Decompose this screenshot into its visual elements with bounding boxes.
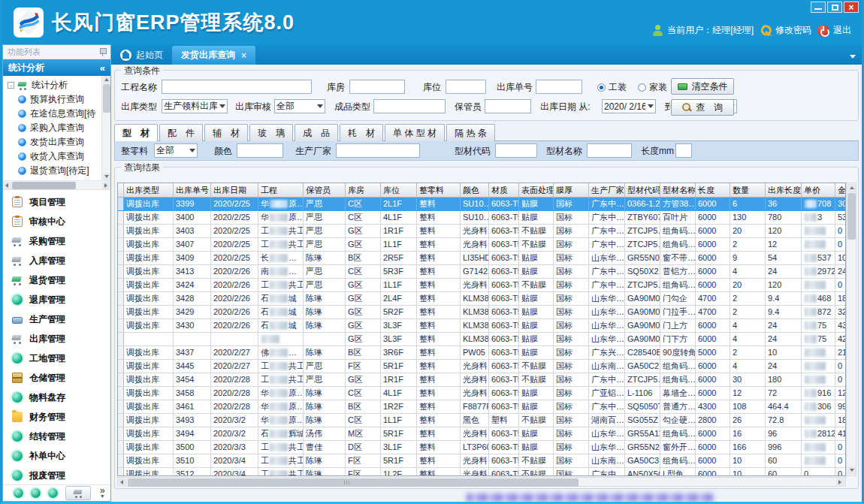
material-tab[interactable]: 辅 材 xyxy=(204,124,248,141)
column-header[interactable]: 生产厂家 xyxy=(589,183,625,197)
scroll-left-arrow[interactable] xyxy=(119,478,127,487)
column-header[interactable]: 金额 xyxy=(835,183,846,197)
sidebar-item-退库管理[interactable]: 退库管理 xyxy=(3,290,110,309)
outbound-type-select[interactable]: 生产领料出库 xyxy=(162,99,228,113)
sidebar-item-退货管理[interactable]: 退货管理 xyxy=(3,270,110,290)
table-row[interactable]: 调拨出库34942020/3/2石辉城汤伟M区5R1F整料光身料6063-T5贴… xyxy=(118,427,845,441)
sidebar-item-采购管理[interactable]: 采购管理 xyxy=(3,231,110,251)
table-row[interactable]: 调拨出库34032020/2/25工共工程严思G区1R1F整料光身料6063-T… xyxy=(118,225,845,238)
table-row[interactable]: 调拨出库34072020/2/25工共工程严思G区1L1F整料光身料6063-T… xyxy=(118,238,845,252)
tree-root[interactable]: - 统计分析 xyxy=(3,77,101,92)
tab-close-icon[interactable]: × xyxy=(241,50,246,61)
scroll-thumb[interactable] xyxy=(103,84,110,113)
minimize-button[interactable] xyxy=(811,2,826,13)
scroll-thumb[interactable] xyxy=(128,478,579,487)
table-row[interactable]: 调拨出库35102020/3/4工共工程陈琳F区5R1F整料光身料6063-T5… xyxy=(118,454,845,468)
profile-name-input[interactable] xyxy=(587,143,632,158)
collapse-button[interactable]: « xyxy=(100,62,105,74)
sidebar-item-入库管理[interactable]: 入库管理 xyxy=(3,251,110,270)
table-row[interactable]: 调拨出库34132020/2/26南…严思C区5R3F整料G714226063-… xyxy=(118,265,845,279)
scroll-thumb[interactable] xyxy=(847,193,856,240)
column-header[interactable]: 材质 xyxy=(489,183,519,197)
material-tab[interactable]: 耗 材 xyxy=(340,124,383,141)
material-tab[interactable]: 玻 璃 xyxy=(249,124,293,141)
maker-input[interactable] xyxy=(336,143,420,158)
tree-item[interactable]: 预算执行查询 xyxy=(3,92,101,107)
table-row[interactable]: 调拨出库34452020/2/27工共工程严思F区5R1F整料光身料6063-T… xyxy=(118,360,845,373)
sidebar-item-报废管理[interactable]: 报废管理 xyxy=(3,466,110,484)
location-input[interactable] xyxy=(446,80,486,94)
clear-conditions-button[interactable]: 清空条件 xyxy=(671,78,734,95)
column-header[interactable]: 单价 xyxy=(802,183,835,197)
more-buttons-chevron[interactable]: »▾ xyxy=(100,487,105,499)
outbound-audit-select[interactable]: 全部 xyxy=(274,99,325,113)
module-shortcut-icon[interactable] xyxy=(31,488,41,498)
tab-shipment-outbound-query[interactable]: 发货出库查询 × xyxy=(172,46,255,65)
product-type-input[interactable] xyxy=(373,99,446,113)
logout-button[interactable]: 退出 xyxy=(817,24,851,37)
table-row[interactable]: 调拨出库34302020/2/26石城陈琳G区3L3F整料KLM38176063… xyxy=(118,319,845,333)
table-row[interactable]: 调拨出库34002020/2/25华原…严思C区4L1F整料SU10…6063-… xyxy=(118,211,845,225)
scroll-up-arrow[interactable] xyxy=(847,184,856,192)
sidebar-item-审核中心[interactable]: 审核中心 xyxy=(3,212,110,231)
sidebar-item-工地管理[interactable]: 工地管理 xyxy=(3,349,110,368)
column-header[interactable]: 型材名称 xyxy=(660,183,696,197)
column-header[interactable]: 出库类型 xyxy=(124,183,174,197)
maximize-button[interactable] xyxy=(827,2,842,13)
column-header[interactable]: 保管员 xyxy=(304,183,346,197)
sidebar-item-出库管理[interactable]: 出库管理 xyxy=(3,329,110,349)
scroll-right-arrow[interactable] xyxy=(836,478,844,487)
table-row[interactable]: 调拨出库34932020/3/2华原…陈琳C区1L1F整料黑色塑料不贴膜国标湖南… xyxy=(118,414,845,427)
module-shortcut-icon[interactable] xyxy=(14,488,23,498)
module-shortcut-icon[interactable] xyxy=(48,488,58,498)
tree-item[interactable]: 退货查询[待定] xyxy=(3,164,101,178)
table-row[interactable]: G区3L3F整料KLM38176063-T5贴膜国标山东华…GA90M09.门下… xyxy=(118,333,845,346)
sidebar-item-补单中心[interactable]: 补单中心 xyxy=(3,446,110,466)
column-header[interactable]: 出库单号 xyxy=(174,183,211,197)
column-header[interactable]: 库位 xyxy=(381,183,417,197)
sidebar-item-仓储管理[interactable]: 仓储管理 xyxy=(3,368,110,388)
table-row[interactable]: 调拨出库34092020/2/25长…陈琳B区2R5F整料LI35HD6063-… xyxy=(118,252,845,265)
material-tab[interactable]: 成 品 xyxy=(295,124,338,141)
scroll-down-arrow[interactable] xyxy=(847,466,856,475)
scroll-thumb[interactable] xyxy=(12,182,76,189)
material-tab[interactable]: 配 件 xyxy=(159,124,203,141)
column-header[interactable]: 长度 xyxy=(696,183,730,197)
column-header[interactable]: 工程 xyxy=(258,183,304,197)
material-tab[interactable]: 隔 热 条 xyxy=(446,124,495,141)
sidebar-item-项目管理[interactable]: 项目管理 xyxy=(3,192,110,212)
column-header[interactable]: 数量 xyxy=(730,183,766,197)
keeper-input[interactable] xyxy=(485,99,531,113)
column-header[interactable]: 表面处理 xyxy=(519,183,554,197)
sidebar-item-财务管理[interactable]: 财务管理 xyxy=(3,407,110,427)
grid-vertical-scrollbar[interactable] xyxy=(846,183,856,476)
table-row[interactable]: 调拨出库33992020/2/25华原…严思C区2L1F整料SU10…6063-… xyxy=(118,198,845,211)
radio-jiazhuang[interactable]: 家装 xyxy=(638,80,667,95)
whole-part-select[interactable]: 全部 xyxy=(154,143,198,158)
column-header[interactable]: 型材代码 xyxy=(625,183,660,197)
color-input[interactable] xyxy=(237,143,283,158)
tree-item[interactable]: 发货出库查询 xyxy=(3,135,101,149)
sidebar-item-物料盘存[interactable]: 物料盘存 xyxy=(3,388,110,407)
column-header[interactable]: 颜色 xyxy=(461,183,489,197)
sidebar-item-生产管理[interactable]: 生产管理 xyxy=(3,309,110,329)
scroll-down-arrow[interactable] xyxy=(103,173,110,180)
material-tab[interactable]: 单 体 型 材 xyxy=(385,124,445,141)
pin-icon[interactable] xyxy=(99,48,106,56)
order-no-input[interactable] xyxy=(536,80,582,94)
date-from-select[interactable]: 2020/ 2/16 xyxy=(602,99,656,113)
table-row[interactable]: 调拨出库34372020/2/27佛…陈琳B区3R6F整料PW056063-T5… xyxy=(118,346,845,360)
column-header[interactable]: 库房 xyxy=(346,183,381,197)
project-name-input[interactable] xyxy=(162,80,312,94)
search-button[interactable]: 查 询 xyxy=(671,99,734,116)
material-tab[interactable]: 型 材 xyxy=(114,124,158,141)
warehouse-input[interactable] xyxy=(349,80,405,94)
tree-item[interactable]: 收货入库查询 xyxy=(3,149,101,164)
column-header[interactable]: 膜厚 xyxy=(554,183,589,197)
column-header[interactable]: 出库日期 xyxy=(211,183,258,197)
tree-expander-icon[interactable]: - xyxy=(8,82,14,89)
tab-list-dropdown-icon[interactable] xyxy=(850,55,856,59)
tree-vertical-scrollbar[interactable] xyxy=(101,76,110,180)
table-row[interactable]: 调拨出库34612020/2/28华原…陈琳B区1R2F整料F8877FT606… xyxy=(118,400,845,414)
tab-home[interactable]: 起始页 xyxy=(111,46,172,65)
